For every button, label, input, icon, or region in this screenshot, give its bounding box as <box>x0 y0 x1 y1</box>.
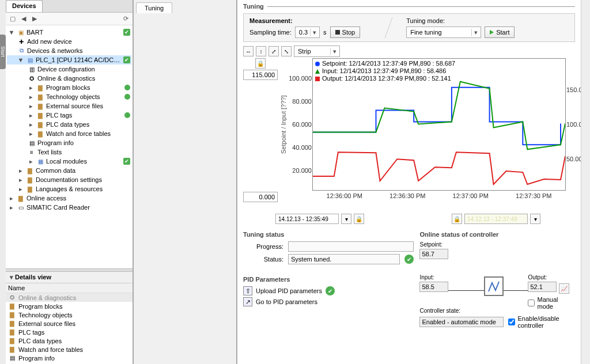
measurement-panel: Measurement: Sampling time: 0.3▾ s Stop … <box>243 13 575 42</box>
tree-common[interactable]: Common data <box>36 167 130 174</box>
details-header: Details view <box>15 274 51 280</box>
start-button[interactable]: Start <box>485 26 515 38</box>
pid-block-icon[interactable] <box>484 276 504 296</box>
time-start-field[interactable]: 14.12.13 - 12:35:49 <box>275 214 339 224</box>
status-ok-icon: ✔ <box>123 56 130 63</box>
folder-icon: ▇ <box>8 329 16 336</box>
sampling-time-select[interactable]: 0.3▾ <box>295 26 320 38</box>
tree-prog-info[interactable]: Program info <box>37 139 130 146</box>
diag-icon: ✪ <box>28 75 36 82</box>
enable-controller-checkbox[interactable] <box>508 318 515 325</box>
dropdown-icon[interactable]: ▾ <box>341 214 351 224</box>
input-value[interactable] <box>419 282 448 292</box>
tree-lang-res[interactable]: Languages & resources <box>36 185 130 192</box>
tree-plc-dtypes[interactable]: PLC data types <box>46 121 130 128</box>
tree-card-reader[interactable]: SIMATIC Card Reader <box>27 204 130 211</box>
online-status-title: Online status of controller <box>419 231 575 238</box>
tuning-mode-select[interactable]: Fine tuning▾ <box>406 26 481 38</box>
refresh-icon[interactable]: ⟳ <box>121 14 130 24</box>
tab-tuning[interactable]: Tuning <box>136 2 172 13</box>
tree-text-lists[interactable]: Text lists <box>37 149 130 156</box>
tree-dev-cfg[interactable]: Device configuration <box>37 66 130 73</box>
status-ok-icon: ✔ <box>123 29 130 36</box>
zoom-out-icon[interactable]: ⤡ <box>281 46 292 56</box>
setpoint-value[interactable] <box>419 249 448 259</box>
goto-pid-link[interactable]: Go to PID parameters <box>256 298 317 305</box>
list-item[interactable]: Technology objects <box>18 312 73 318</box>
collapse-icon[interactable]: ▢ <box>8 14 17 24</box>
tree-root[interactable]: BART <box>27 29 122 36</box>
tree-watch[interactable]: Watch and force tables <box>46 130 130 137</box>
x-ticks: 12:36:00 PM 12:36:30 PM 12:37:00 PM 12:3… <box>313 192 565 199</box>
enable-controller-label: Enable/disable controller <box>517 315 575 329</box>
tree-plc-tags[interactable]: PLC tags <box>46 112 123 119</box>
start-handle[interactable]: Start <box>0 35 6 69</box>
chart-mode-select[interactable]: Strip▾ <box>294 46 340 57</box>
folder-icon: ▇ <box>17 195 25 202</box>
tuning-status-title: Tuning status <box>243 231 414 238</box>
trend-chart[interactable]: 100.000 80.000 60.000 40.000 20.000 150.… <box>312 58 566 191</box>
stop-button[interactable]: Stop <box>330 26 361 38</box>
status-ok-icon: ✔ <box>326 286 335 295</box>
folder-icon: ▇ <box>36 84 44 91</box>
lock-time-icon[interactable]: 🔒 <box>354 214 364 224</box>
list-item[interactable]: Watch and force tables <box>18 346 83 353</box>
y-ticks-right: 150.000 100.000 50.000 <box>566 59 581 190</box>
list-item[interactable]: Program info <box>18 355 55 362</box>
folder-icon: ▇ <box>36 93 44 100</box>
info-icon: ▤ <box>8 355 16 362</box>
tuning-mode-label: Tuning mode: <box>406 17 515 24</box>
add-icon: ✚ <box>17 38 25 45</box>
status-dot-icon <box>124 112 130 118</box>
zoom-in-icon[interactable]: ⤢ <box>268 46 279 56</box>
pid-title: PID Parameters <box>243 276 414 283</box>
status-field <box>288 254 400 264</box>
ymin-field[interactable] <box>243 192 278 202</box>
nav-back-icon[interactable]: ◀ <box>19 14 28 24</box>
config-icon: ▥ <box>28 66 36 73</box>
tree-prog-blocks[interactable]: Program blocks <box>46 84 123 91</box>
zoom-y-icon[interactable]: ↕ <box>256 46 266 56</box>
page-title: Tuning <box>243 3 264 10</box>
rule <box>267 6 575 7</box>
tuning-panel: Tuning Measurement: Sampling time: 0.3▾ … <box>237 0 581 364</box>
lock-time-icon[interactable]: 🔒 <box>452 214 462 224</box>
tree-add-device[interactable]: Add new device <box>27 38 130 45</box>
lock-y-icon[interactable]: 🔒 <box>255 58 266 69</box>
upload-pid-link[interactable]: Upload PID parameters <box>256 287 322 294</box>
folder-icon: ▇ <box>8 320 16 327</box>
dropdown-icon[interactable]: ▾ <box>530 214 540 224</box>
output-value[interactable] <box>528 282 557 292</box>
folder-icon: ▇ <box>26 167 34 174</box>
tree-local-mod[interactable]: Local modules <box>46 158 122 165</box>
y-ticks-left: 100.000 80.000 60.000 40.000 20.000 <box>289 59 312 190</box>
nav-fwd-icon[interactable]: ▶ <box>30 14 39 24</box>
zoom-x-icon[interactable]: ↔ <box>243 46 254 56</box>
ymax-field[interactable] <box>243 70 278 80</box>
tree-dev-net[interactable]: Devices & networks <box>27 47 130 54</box>
tree-tech-obj[interactable]: Technology objects <box>46 93 123 100</box>
list-item[interactable]: PLC tags <box>18 329 44 336</box>
vertical-scrollbar[interactable] <box>581 0 590 364</box>
manual-mode-checkbox[interactable] <box>528 299 535 306</box>
list-item[interactable]: PLC data types <box>18 338 62 344</box>
info-icon: ▤ <box>28 139 36 146</box>
sampling-unit: s <box>323 29 327 36</box>
y-axis-left-label: Setpoint / Input [???] <box>279 58 288 191</box>
list-item[interactable]: External source files <box>18 320 75 327</box>
time-end-field[interactable]: 14.12.13 - 12:37:49 <box>464 214 528 224</box>
output-label: Output: <box>528 274 557 280</box>
tree-ext-src[interactable]: External source files <box>46 103 130 109</box>
project-tree[interactable]: ▼▣BART✔ ✚Add new device ⧉Devices & netwo… <box>6 25 133 268</box>
tree-plc[interactable]: PLC_1 [CPU 1214C AC/DC/Rly] <box>36 56 122 63</box>
controller-state-field <box>419 317 504 327</box>
tree-online-access[interactable]: Online access <box>27 195 130 202</box>
details-list[interactable]: Name ✪Online & diagnostics ▇Program bloc… <box>6 283 133 364</box>
output-trend-icon[interactable]: 📈 <box>559 283 569 294</box>
tree-online-diag[interactable]: Online & diagnostics <box>37 75 130 82</box>
stop-icon <box>335 30 340 35</box>
tree-doc-set[interactable]: Documentation settings <box>36 176 130 183</box>
list-item[interactable]: Online & diagnostics <box>18 294 76 301</box>
list-item[interactable]: Program blocks <box>18 303 62 310</box>
tab-devices[interactable]: Devices <box>6 0 43 12</box>
